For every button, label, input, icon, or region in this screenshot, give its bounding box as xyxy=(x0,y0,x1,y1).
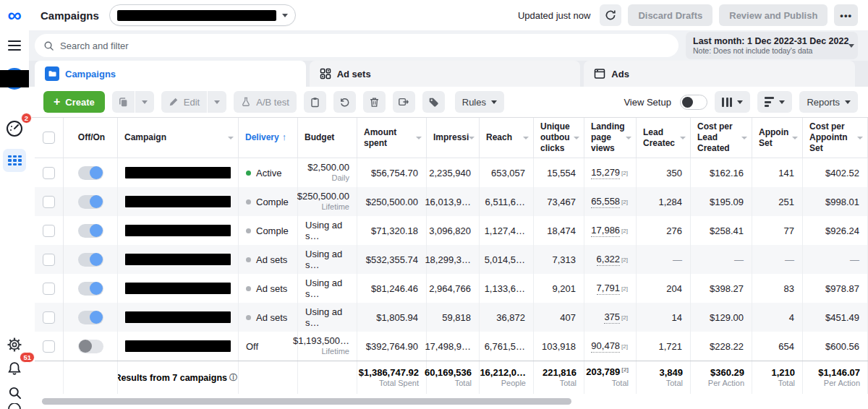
metric-value: $402.52 xyxy=(825,168,859,178)
review-publish-button[interactable]: Review and Publish xyxy=(719,4,827,26)
column-menu-caret-icon[interactable] xyxy=(626,137,631,139)
campaign-name-redacted[interactable] xyxy=(125,254,231,265)
search-rail-icon[interactable] xyxy=(0,382,29,403)
lpv-reference: [2] xyxy=(621,170,628,176)
cell-impressions: 3,096,820 xyxy=(427,216,480,245)
flask-icon xyxy=(241,97,251,107)
horizontal-scrollbar[interactable] xyxy=(35,394,868,408)
date-range-selector[interactable]: Last month: 1 Dec 2022-31 Dec 2022 Note:… xyxy=(686,32,858,59)
row-checkbox[interactable] xyxy=(43,225,55,237)
ads-manager-gauge-icon[interactable]: 2 xyxy=(0,117,29,140)
column-header-budget[interactable]: Budget xyxy=(298,118,357,158)
campaign-name-redacted[interactable] xyxy=(125,225,231,236)
row-checkbox[interactable] xyxy=(43,132,55,144)
campaign-toggle[interactable] xyxy=(78,311,103,324)
notifications-bell-icon[interactable]: 51 xyxy=(0,357,29,380)
delete-button[interactable] xyxy=(363,91,386,113)
metric-value: $195.09 xyxy=(710,197,744,207)
metric-value: $258.41 xyxy=(710,225,744,236)
row-checkbox[interactable] xyxy=(43,196,55,208)
meta-logo-icon[interactable]: ∞ xyxy=(0,4,29,26)
cell-cost_per_lead: $162.16 xyxy=(691,158,752,187)
column-header-offon[interactable]: Off/On xyxy=(64,118,118,158)
edit-menu-button[interactable] xyxy=(208,91,226,113)
column-header-spent[interactable]: Amount spent xyxy=(357,118,427,158)
column-menu-caret-icon[interactable] xyxy=(680,137,686,139)
search-input[interactable] xyxy=(60,40,670,51)
edit-button[interactable]: Edit xyxy=(161,91,207,113)
column-header-campaign[interactable]: Campaign xyxy=(118,118,239,158)
campaign-name-redacted[interactable] xyxy=(125,311,231,323)
metric-value: 73,467 xyxy=(547,197,576,207)
column-header-label: Amount spent xyxy=(364,127,416,149)
search-bar[interactable] xyxy=(35,34,678,57)
tag-button[interactable] xyxy=(422,91,445,113)
scrollbar-track[interactable] xyxy=(38,397,865,405)
clipboard-button[interactable] xyxy=(304,91,326,113)
footer-stack: 60,169,536Total xyxy=(434,367,472,389)
toggle-knob xyxy=(90,253,103,266)
column-menu-caret-icon[interactable] xyxy=(523,137,529,139)
row-checkbox[interactable] xyxy=(43,167,55,179)
create-button[interactable]: + Create xyxy=(43,91,105,113)
duplicate-menu-button[interactable] xyxy=(135,91,154,113)
refresh-button[interactable] xyxy=(600,4,621,26)
discard-drafts-button[interactable]: Discard Drafts xyxy=(628,4,712,26)
account-selector[interactable] xyxy=(109,4,296,26)
column-header-appointments_set[interactable]: Appoin Set xyxy=(752,118,803,158)
campaign-toggle[interactable] xyxy=(78,195,103,209)
row-checkbox[interactable] xyxy=(43,311,55,324)
column-header-reach[interactable]: Reach xyxy=(480,118,534,158)
campaign-toggle[interactable] xyxy=(78,224,103,238)
row-checkbox[interactable] xyxy=(43,254,55,266)
tab-campaigns[interactable]: Campaigns xyxy=(35,61,306,87)
column-menu-caret-icon[interactable] xyxy=(792,137,798,139)
column-header-cost_per_lead[interactable]: Cost per Lead Created xyxy=(691,118,752,158)
reports-button[interactable]: Reports xyxy=(799,91,858,113)
more-options-button[interactable]: ••• xyxy=(834,4,858,26)
column-menu-caret-icon[interactable] xyxy=(228,137,234,139)
campaigns-table-icon[interactable] xyxy=(3,149,26,172)
column-menu-caret-icon[interactable] xyxy=(741,137,747,139)
campaign-toggle[interactable] xyxy=(78,282,103,296)
scrollbar-thumb[interactable] xyxy=(42,398,571,405)
column-menu-caret-icon[interactable] xyxy=(416,137,422,139)
breakdown-button[interactable] xyxy=(757,91,792,113)
duplicate-button[interactable] xyxy=(112,91,135,113)
column-menu-caret-icon[interactable] xyxy=(574,137,579,139)
campaign-toggle[interactable] xyxy=(78,253,103,267)
footer-cell-unique_outbound_clicks: 221,816Total xyxy=(534,361,584,394)
columns-button[interactable] xyxy=(715,91,751,113)
row-checkbox[interactable] xyxy=(43,340,55,353)
export-button[interactable] xyxy=(393,91,415,113)
campaign-name-redacted[interactable] xyxy=(125,283,231,294)
column-header-cost_per_appointment[interactable]: Cost per Appointn Set xyxy=(803,118,868,158)
campaign-name-redacted[interactable] xyxy=(125,167,231,178)
campaign-name-redacted[interactable] xyxy=(125,340,231,352)
tab-ad-sets[interactable]: Ad sets xyxy=(310,61,581,87)
column-menu-caret-icon[interactable] xyxy=(857,137,863,139)
tab-ads[interactable]: Ads xyxy=(584,61,855,87)
ab-test-button[interactable]: A/B test xyxy=(234,91,297,113)
budget-stack: $2,500.00Daily xyxy=(305,162,349,184)
column-header-leads_created[interactable]: Lead Createc xyxy=(637,118,691,158)
column-menu-caret-icon[interactable] xyxy=(469,137,475,139)
view-setup-toggle[interactable] xyxy=(680,95,707,110)
column-header-impressions[interactable]: Impressi xyxy=(427,118,480,158)
campaign-name-redacted[interactable] xyxy=(125,196,231,207)
undo-button[interactable] xyxy=(333,91,356,113)
column-header-landing_page_views[interactable]: Landing page views xyxy=(584,118,637,158)
account-avatar[interactable] xyxy=(0,66,29,91)
footer-cell-delivery xyxy=(239,361,298,394)
help-icon[interactable] xyxy=(0,403,29,409)
columns-icon xyxy=(722,98,733,107)
row-checkbox[interactable] xyxy=(43,283,55,295)
toggle-knob xyxy=(90,311,103,324)
column-header-unique_outbound_clicks[interactable]: Unique outbou clicks xyxy=(534,118,584,158)
campaign-toggle[interactable] xyxy=(78,340,103,353)
metric-value: 14 xyxy=(672,312,682,323)
rules-button[interactable]: Rules xyxy=(455,91,504,113)
campaign-toggle[interactable] xyxy=(78,166,103,180)
column-header-delivery[interactable]: Delivery↑ xyxy=(239,118,298,158)
menu-icon[interactable] xyxy=(0,38,29,53)
